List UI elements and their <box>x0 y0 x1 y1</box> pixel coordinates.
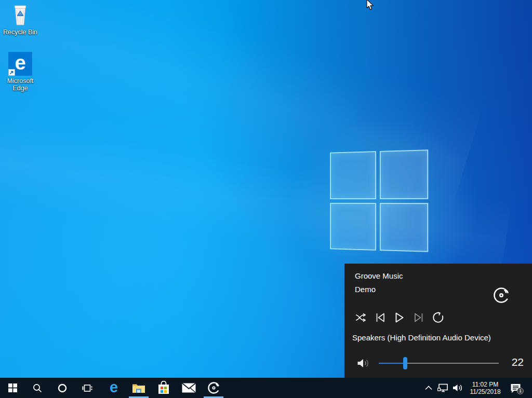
edge-icon: e <box>8 52 32 76</box>
search-button[interactable] <box>25 378 50 398</box>
taskbar-clock[interactable]: 11:02 PM 11/25/2018 <box>466 378 505 398</box>
volume-tray-button[interactable] <box>450 378 466 398</box>
windows-logo-pane <box>330 151 376 199</box>
media-volume-flyout: Groove Music Demo <box>344 264 532 378</box>
taskbar-mail-button[interactable] <box>176 378 201 398</box>
network-icon <box>437 383 448 392</box>
action-center-button[interactable]: 1 <box>505 378 527 398</box>
windows-logo-pane <box>330 202 376 250</box>
previous-track-button[interactable] <box>374 311 387 324</box>
windows-logo <box>330 149 428 252</box>
network-tray-button[interactable] <box>435 378 450 398</box>
clock-date: 11/25/2018 <box>470 388 500 395</box>
start-button[interactable] <box>0 378 25 398</box>
desktop-icon-recycle-bin[interactable]: Recycle Bin <box>2 3 39 36</box>
taskbar-store-button[interactable] <box>151 378 176 398</box>
desktop-icon-microsoft-edge[interactable]: e Microsoft Edge <box>2 52 39 92</box>
desktop-icon-label: Recycle Bin <box>3 29 37 36</box>
clock-time: 11:02 PM <box>470 381 500 388</box>
volume-row: 22 <box>344 353 532 374</box>
flyout-track-title: Demo <box>355 285 376 294</box>
windows-logo-pane <box>379 203 428 252</box>
taskbar: e <box>0 378 532 398</box>
windows-start-icon <box>8 383 17 392</box>
edge-icon: e <box>110 380 118 395</box>
taskbar-edge-button[interactable]: e <box>101 378 126 398</box>
repeat-button[interactable] <box>432 311 444 324</box>
shortcut-arrow-icon <box>8 69 15 76</box>
recycle-bin-icon <box>8 3 32 27</box>
file-explorer-icon <box>132 382 145 393</box>
flyout-app-name: Groove Music <box>355 271 403 280</box>
search-icon <box>33 383 42 393</box>
taskbar-groove-music-button[interactable] <box>201 378 226 398</box>
playback-controls <box>355 311 451 324</box>
task-view-button[interactable] <box>75 378 100 398</box>
windows-logo-pane <box>379 149 428 199</box>
notification-badge: 1 <box>517 388 524 394</box>
audio-device-label: Speakers (High Definition Audio Device) <box>352 333 491 342</box>
volume-value: 22 <box>503 356 524 368</box>
shuffle-button[interactable] <box>355 311 367 324</box>
groove-music-logo-icon <box>491 285 511 305</box>
volume-slider-handle[interactable] <box>403 357 407 369</box>
groove-music-icon <box>207 381 221 395</box>
volume-fill <box>379 363 405 364</box>
windows-desktop: Recycle Bin e Microsoft Edge Groove Musi… <box>0 0 532 398</box>
cortana-button[interactable] <box>50 378 75 398</box>
microsoft-store-icon <box>157 381 170 395</box>
desktop-icon-label: Microsoft Edge <box>2 77 39 92</box>
next-track-button[interactable] <box>413 311 425 324</box>
chevron-up-icon <box>425 386 432 390</box>
play-button[interactable] <box>393 311 406 324</box>
system-tray: 11:02 PM 11/25/2018 1 <box>422 378 532 398</box>
speaker-icon <box>453 383 463 392</box>
task-view-icon <box>82 383 92 393</box>
cortana-icon <box>58 383 67 393</box>
speaker-icon[interactable] <box>356 356 370 370</box>
mail-icon <box>182 383 196 393</box>
volume-track[interactable] <box>379 363 499 364</box>
show-hidden-icons-button[interactable] <box>422 378 435 398</box>
taskbar-file-explorer-button[interactable] <box>126 378 151 398</box>
